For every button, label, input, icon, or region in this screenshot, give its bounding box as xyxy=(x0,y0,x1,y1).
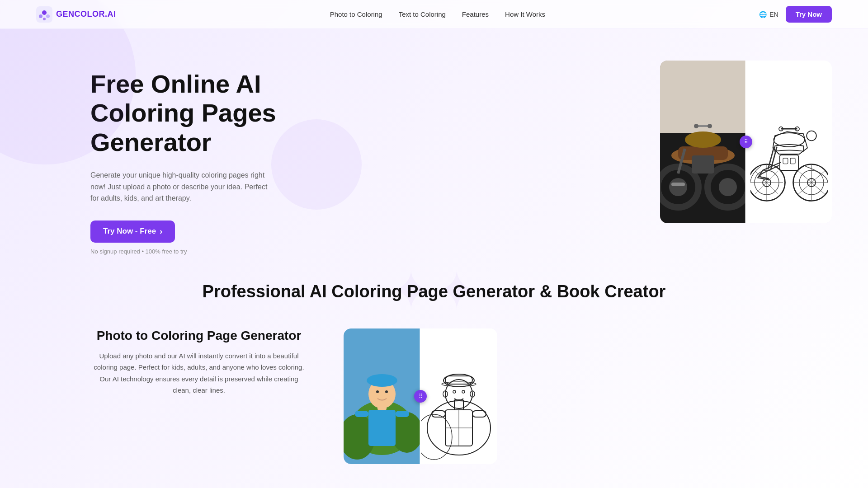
feature-row-1: Photo to Coloring Page Generator Upload … xyxy=(36,328,832,473)
motorcycle-photo xyxy=(660,61,746,223)
feature-1-desc: Upload any photo and our AI will instant… xyxy=(90,350,307,396)
svg-point-55 xyxy=(376,390,379,393)
svg-point-14 xyxy=(719,178,737,196)
nav-how-it-works[interactable]: How It Works xyxy=(505,10,545,18)
svg-rect-58 xyxy=(396,411,409,417)
svg-point-3 xyxy=(46,14,50,18)
handle-icon: ⠿ xyxy=(744,139,748,145)
nav-right: 🌐 EN Try Now xyxy=(759,6,832,23)
child-photo-svg xyxy=(344,328,420,464)
feature-coloring-side xyxy=(420,328,497,464)
svg-point-56 xyxy=(385,390,388,393)
hero-cta-button[interactable]: Try Now - Free › xyxy=(90,221,175,243)
svg-point-1 xyxy=(42,10,47,15)
svg-point-4 xyxy=(43,18,46,20)
svg-point-19 xyxy=(708,124,712,128)
logo-text: GENCOLOR.AI xyxy=(56,9,116,19)
try-now-nav-button[interactable]: Try Now xyxy=(786,6,832,23)
nav-text-to-coloring[interactable]: Text to Coloring xyxy=(399,10,446,18)
feature-1-text: Photo to Coloring Page Generator Upload … xyxy=(90,328,307,396)
svg-point-18 xyxy=(694,124,698,128)
svg-rect-20 xyxy=(671,183,685,186)
split-handle[interactable]: ⠿ xyxy=(740,136,752,148)
hero-title: Free Online AI Coloring Pages Generator xyxy=(90,70,326,157)
logo-link[interactable]: GENCOLOR.AI xyxy=(36,6,116,23)
section-2-title: Professional AI Coloring Page Generator … xyxy=(36,282,832,301)
feature-1-image-container: ⠿ xyxy=(344,328,497,464)
svg-rect-21 xyxy=(750,69,828,215)
svg-rect-15 xyxy=(692,155,714,174)
globe-icon: 🌐 xyxy=(759,11,767,18)
child-coloring-svg xyxy=(420,328,497,464)
nav-links: Photo to Coloring Text to Coloring Featu… xyxy=(330,10,545,19)
feature-split-handle[interactable]: ⠿ xyxy=(414,390,427,403)
feature-handle-icon: ⠿ xyxy=(419,393,423,399)
logo-icon xyxy=(36,6,52,23)
svg-point-2 xyxy=(39,14,42,18)
hero-section: Free Online AI Coloring Pages Generator … xyxy=(0,29,868,273)
section-2: ✦✦ Professional AI Coloring Page Generat… xyxy=(0,273,868,488)
svg-rect-54 xyxy=(368,376,396,384)
feature-1-title: Photo to Coloring Page Generator xyxy=(90,328,307,343)
hero-split-image-container: ⠿ xyxy=(660,61,832,223)
navbar: GENCOLOR.AI Photo to Coloring Text to Co… xyxy=(0,0,868,29)
moto-outline-svg xyxy=(750,69,828,215)
svg-point-12 xyxy=(669,178,687,196)
cta-label: Try Now - Free xyxy=(103,227,156,236)
no-signup-text: No signup required • 100% free to try xyxy=(90,248,326,255)
nav-features[interactable]: Features xyxy=(462,10,489,18)
svg-point-10 xyxy=(685,131,721,148)
nav-photo-to-coloring[interactable]: Photo to Coloring xyxy=(330,10,382,18)
svg-rect-50 xyxy=(368,410,396,446)
hero-photo-side xyxy=(660,61,746,223)
hero-content: Free Online AI Coloring Pages Generator … xyxy=(90,56,326,255)
moto-photo-svg xyxy=(660,61,746,223)
lang-label: EN xyxy=(769,11,778,18)
cta-arrow-icon: › xyxy=(160,227,162,236)
svg-rect-57 xyxy=(355,411,368,417)
hero-coloring-side xyxy=(746,61,832,223)
hero-subtitle: Generate your unique high-quality colori… xyxy=(90,169,271,204)
svg-rect-7 xyxy=(660,61,746,133)
language-button[interactable]: 🌐 EN xyxy=(759,11,778,18)
feature-photo-side xyxy=(344,328,420,464)
